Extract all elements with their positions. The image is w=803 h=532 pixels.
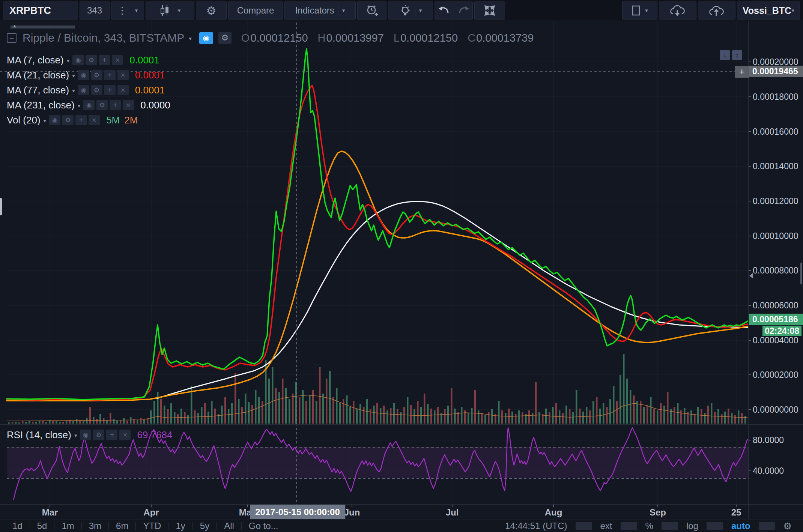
price-axis-label: 0.00018000 (753, 92, 798, 102)
price-axis-label: 0.00000000 (753, 405, 798, 415)
crosshair-price-label: 0.00019465 (749, 66, 803, 77)
add-icon[interactable]: + (110, 100, 121, 110)
chevron-down-icon[interactable]: ▾ (67, 57, 70, 64)
close-icon[interactable]: × (89, 115, 100, 125)
indicator-row-volume[interactable]: Vol (20)▾◉⚙+×5M2M (7, 113, 138, 127)
scale-mode-percent[interactable]: % (637, 521, 662, 531)
visibility-icon[interactable]: ◉ (78, 70, 89, 80)
range-button-5d[interactable]: 5d (30, 521, 54, 531)
range-button-5y[interactable]: 5y (193, 521, 217, 531)
low-value: 0.00012150 (400, 32, 458, 44)
price-axis-label: 0.00010000 (753, 231, 798, 241)
low-label: L (394, 32, 400, 44)
price-axis-label: 0.00006000 (753, 301, 798, 311)
chevron-down-icon[interactable]: ▾ (74, 432, 77, 439)
close-icon[interactable]: × (112, 55, 123, 65)
range-button-1m[interactable]: 1m (54, 521, 81, 531)
pane-maximize-button[interactable]: ↕ (732, 50, 742, 60)
collapse-arrow-icon: ▲ (12, 23, 17, 29)
price-scale-thumb[interactable] (800, 263, 802, 284)
range-button-1y[interactable]: 1y (168, 521, 192, 531)
add-order-plus-button[interactable]: + (735, 66, 749, 78)
gear-icon[interactable]: ⚙ (775, 521, 800, 532)
visibility-button[interactable]: ◉ (199, 32, 213, 44)
chart-legend: – Ripple / Bitcoin, 343, BITSTAMP ▾ ◉ ⚙ … (7, 32, 534, 44)
goto-button[interactable]: Go to... (242, 521, 286, 531)
chevron-down-icon[interactable]: ▾ (72, 72, 75, 79)
add-icon[interactable]: + (75, 115, 87, 125)
divider (662, 522, 678, 530)
price-axis-label: 0.00012000 (753, 196, 798, 206)
indicator-value: 0.0001 (135, 69, 165, 81)
close-icon[interactable]: × (117, 70, 129, 80)
range-button-all[interactable]: All (217, 521, 241, 531)
indicator-label: MA (231, close) (7, 99, 75, 111)
visibility-icon[interactable]: ◉ (49, 115, 60, 125)
high-value: 0.00013997 (326, 32, 384, 44)
indicator-value: 0.0000 (140, 99, 170, 111)
indicator-row-ma77[interactable]: MA (77, close)▾◉⚙+×0.0001 (7, 83, 165, 97)
pane-move-down-button[interactable]: ↓ (720, 50, 730, 60)
gear-icon[interactable]: ⚙ (91, 85, 102, 95)
indicator-label: MA (7, close) (7, 54, 64, 66)
scale-mode-ext[interactable]: ext (592, 521, 621, 531)
drawing-toolbar-handle[interactable] (0, 198, 2, 215)
range-button-6m[interactable]: 6m (109, 521, 135, 531)
add-icon[interactable]: + (104, 85, 116, 95)
scale-mode-auto[interactable]: auto (723, 521, 759, 531)
scale-mode-log[interactable]: log (678, 521, 707, 531)
chevron-down-icon[interactable]: ▾ (44, 117, 47, 124)
add-icon[interactable]: + (106, 430, 117, 440)
indicator-row-ma21[interactable]: MA (21, close)▾◉⚙+×0.0001 (7, 68, 165, 82)
series-settings-button[interactable]: ⚙ (218, 32, 232, 44)
legend-title[interactable]: Ripple / Bitcoin, 343, BITSTAMP (23, 32, 184, 44)
chevron-down-icon[interactable]: ▾ (78, 102, 81, 109)
price-axis-label: 0.00002000 (753, 370, 798, 380)
date-range-buttons: 1d5d1m3m6mYTD1y5yAllGo to... (5, 521, 286, 531)
ohlc-values: O0.00012150 H0.00013997 L0.00012150 C0.0… (241, 32, 534, 44)
arrow-down-icon: ↓ (723, 51, 726, 59)
close-icon[interactable]: × (117, 85, 129, 95)
time-axis-label: Jun (344, 507, 360, 518)
indicator-row-rsi[interactable]: RSI (14, close)▾◉⚙+×69.7684 (7, 428, 172, 442)
legend-collapse-icon[interactable]: – (7, 33, 17, 43)
indicator-label: MA (21, close) (7, 69, 69, 81)
indicator-value: 0.0001 (135, 84, 165, 96)
toolbar-collapse-strip[interactable] (11, 26, 75, 29)
gear-icon[interactable]: ⚙ (91, 70, 102, 80)
last-price-label: 0.00005186 (749, 314, 803, 325)
range-button-1d[interactable]: 1d (5, 521, 30, 531)
price-axis-label: 0.00004000 (753, 335, 798, 346)
chevron-down-icon[interactable]: ▾ (189, 35, 192, 42)
close-icon[interactable]: × (119, 430, 131, 440)
chevron-down-icon[interactable]: ▾ (72, 87, 75, 94)
close-value: 0.00013739 (476, 32, 534, 44)
time-axis-label: Sep (650, 507, 666, 518)
add-icon[interactable]: + (99, 55, 110, 65)
visibility-icon[interactable]: ◉ (78, 85, 89, 95)
gear-icon[interactable]: ⚙ (96, 100, 108, 110)
indicator-row-ma231[interactable]: MA (231, close)▾◉⚙+×0.0000 (7, 98, 170, 112)
visibility-icon[interactable]: ◉ (72, 55, 84, 65)
open-label: O (241, 32, 250, 44)
rsi-value: 69.7684 (137, 429, 172, 441)
clock-label: 14:44:51 (UTC) (497, 521, 575, 531)
add-icon[interactable]: + (104, 70, 116, 80)
price-axis-label: 0.00014000 (753, 161, 798, 171)
close-icon[interactable]: × (123, 100, 134, 110)
time-axis-label: Mar (42, 507, 58, 518)
gear-icon[interactable]: ⚙ (62, 115, 74, 125)
time-axis-label: Jul (446, 507, 459, 518)
trading-app: XRPBTC 343 ⋮ ▾ ▾ ⚙ Compare (0, 0, 803, 532)
indicator-row-ma7[interactable]: MA (7, close)▾◉⚙+×0.0001 (7, 53, 159, 67)
visibility-icon[interactable]: ◉ (83, 100, 95, 110)
range-button-ytd[interactable]: YTD (136, 521, 168, 531)
time-axis-label: 25 (731, 507, 741, 518)
range-button-3m[interactable]: 3m (82, 521, 108, 531)
open-value: 0.00012150 (250, 32, 308, 44)
gear-icon[interactable]: ⚙ (93, 430, 104, 440)
visibility-icon[interactable]: ◉ (80, 430, 91, 440)
indicator-value: 0.0001 (129, 54, 159, 66)
gear-icon[interactable]: ⚙ (86, 55, 97, 65)
indicator-label: MA (77, close) (7, 84, 69, 96)
